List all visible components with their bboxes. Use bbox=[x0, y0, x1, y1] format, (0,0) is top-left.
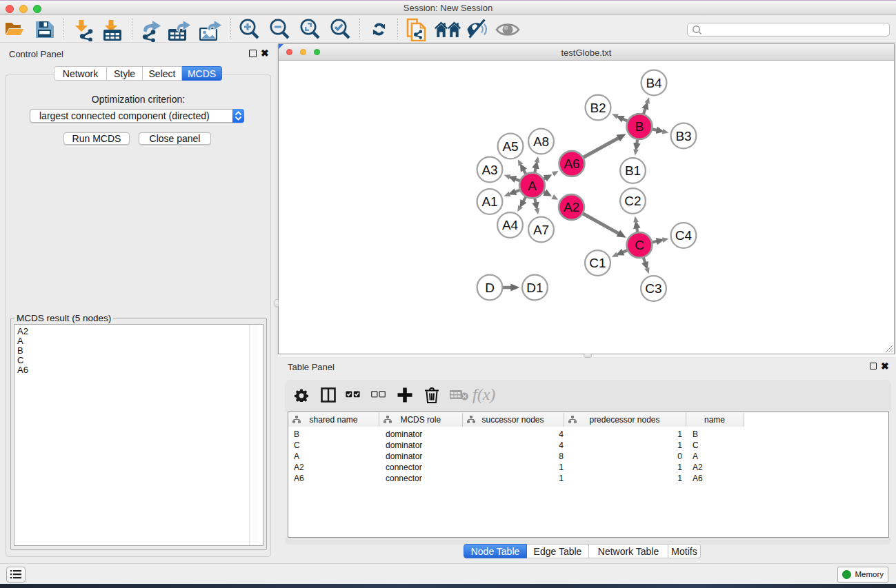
svg-text:A6: A6 bbox=[564, 156, 579, 171]
svg-text:A4: A4 bbox=[502, 218, 519, 232]
svg-text:A7: A7 bbox=[533, 223, 549, 237]
svg-text:B1: B1 bbox=[625, 163, 641, 178]
svg-text:A2: A2 bbox=[564, 200, 579, 214]
svg-text:B2: B2 bbox=[590, 101, 606, 115]
svg-text:A: A bbox=[528, 179, 537, 193]
svg-text:C: C bbox=[635, 238, 644, 252]
svg-text:D: D bbox=[485, 281, 495, 295]
svg-text:B3: B3 bbox=[675, 129, 691, 143]
svg-text:D1: D1 bbox=[526, 281, 543, 295]
svg-text:B: B bbox=[635, 119, 644, 134]
svg-text:C1: C1 bbox=[589, 256, 606, 270]
svg-text:A1: A1 bbox=[481, 194, 497, 209]
svg-text:C2: C2 bbox=[624, 194, 641, 208]
svg-text:A3: A3 bbox=[481, 163, 497, 177]
svg-text:C3: C3 bbox=[645, 281, 661, 296]
svg-text:A5: A5 bbox=[502, 139, 518, 154]
svg-text:A8: A8 bbox=[533, 134, 549, 149]
svg-text:C4: C4 bbox=[675, 228, 693, 243]
svg-text:B4: B4 bbox=[646, 76, 662, 90]
